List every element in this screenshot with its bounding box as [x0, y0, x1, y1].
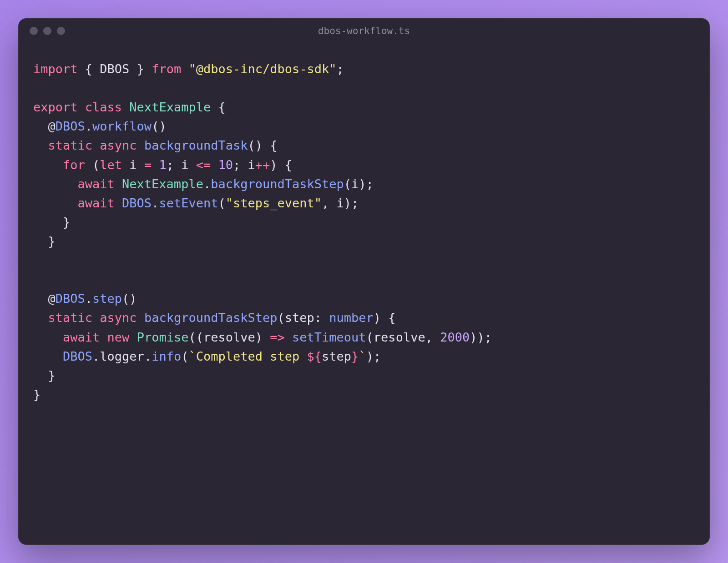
decorator-step: step: [92, 292, 122, 306]
indent: [33, 368, 48, 382]
decorator-dbos: DBOS: [56, 119, 85, 133]
paren-close: );: [359, 177, 374, 191]
number-10: 10: [211, 158, 233, 172]
prop-logger: logger: [100, 349, 144, 363]
arg-i: i: [337, 196, 344, 210]
paren-open: (: [85, 158, 100, 172]
colon: :: [314, 311, 329, 325]
identifier-dbos: DBOS: [100, 62, 129, 76]
indent: [33, 234, 48, 248]
dot: .: [85, 119, 92, 133]
interp-open: ${: [307, 349, 322, 363]
paren-close: ));: [470, 330, 492, 344]
interp-close: }: [351, 349, 359, 363]
keyword-for: for: [63, 158, 85, 172]
indent: [33, 196, 78, 210]
paren-open: (: [218, 196, 225, 210]
maximize-dot[interactable]: [57, 27, 65, 35]
method-backgroundtaskstep: backgroundTaskStep: [144, 311, 278, 325]
close-dot[interactable]: [30, 27, 38, 35]
class-name: NextExample: [129, 100, 211, 114]
paren-mid: ): [255, 330, 270, 344]
indent: [33, 349, 63, 363]
space: [181, 62, 188, 76]
brace-close: }: [33, 387, 40, 402]
keyword-static: static: [48, 311, 93, 325]
indent: [33, 138, 48, 152]
brace-close: }: [48, 368, 56, 382]
semi: ;: [233, 158, 248, 172]
comma: ,: [425, 330, 440, 344]
code-area[interactable]: import { DBOS } from "@dbos-inc/dbos-sdk…: [19, 41, 709, 544]
space: [285, 330, 292, 344]
keyword-class: class: [85, 100, 122, 114]
dot: .: [144, 349, 152, 363]
type-number: number: [329, 311, 374, 325]
window-title: dbos-workflow.ts: [19, 25, 709, 36]
paren-brace: ) {: [270, 158, 292, 172]
keyword-export: export: [33, 100, 78, 114]
brace-close: }: [63, 215, 70, 229]
arrow: =>: [270, 330, 285, 344]
paren-close: );: [344, 196, 359, 210]
decorator-at: @: [48, 119, 56, 133]
arg-resolve: resolve: [374, 330, 425, 344]
method-backgroundtask: backgroundTask: [144, 138, 248, 152]
backtick: `: [359, 349, 366, 363]
indent: [33, 177, 78, 191]
arg-i: i: [351, 177, 359, 191]
keyword-async: async: [100, 311, 136, 325]
var-i: i: [248, 158, 255, 172]
decorator-at: @: [48, 292, 56, 306]
fn-settimeout: setTimeout: [292, 330, 366, 344]
op-inc: ++: [255, 158, 270, 172]
var-i: i: [181, 158, 196, 172]
keyword-await: await: [78, 177, 115, 191]
number-1: 1: [152, 158, 167, 172]
paren-open: (: [344, 177, 351, 191]
editor-window: dbos-workflow.ts import { DBOS } from "@…: [18, 18, 710, 545]
titlebar: dbos-workflow.ts: [19, 19, 709, 41]
indent: [33, 119, 48, 133]
paren-open: (: [181, 349, 188, 363]
semicolon: ;: [337, 62, 344, 76]
minimize-dot[interactable]: [43, 27, 51, 35]
traffic-lights: [30, 27, 65, 35]
op-assign: =: [144, 158, 152, 172]
indent: [33, 330, 63, 344]
string-steps-event: "steps_event": [226, 196, 322, 210]
class-promise: Promise: [137, 330, 189, 344]
paren: (): [122, 292, 137, 306]
semi: ;: [167, 158, 182, 172]
paren-brace: ) {: [374, 311, 396, 325]
keyword-from: from: [152, 62, 181, 76]
method-setevent: setEvent: [159, 196, 218, 210]
brace: {: [211, 100, 226, 114]
dbos-ref: DBOS: [63, 349, 92, 363]
indent: [33, 292, 48, 306]
keyword-static: static: [48, 138, 93, 152]
keyword-let: let: [100, 158, 122, 172]
backtick: `: [188, 349, 196, 363]
comma: ,: [322, 196, 337, 210]
paren-open: (: [277, 311, 284, 325]
keyword-new: new: [107, 330, 130, 344]
dot: .: [92, 349, 100, 363]
keyword-await: await: [63, 330, 100, 344]
paren-open: (: [366, 330, 374, 344]
paren-close: );: [366, 349, 381, 363]
brace-close: }: [129, 62, 152, 76]
keyword-import: import: [33, 62, 78, 76]
indent: [33, 158, 63, 172]
keyword-await: await: [78, 196, 115, 210]
decorator-workflow: workflow: [92, 119, 152, 133]
paren: (): [152, 119, 167, 133]
string-module: "@dbos-inc/dbos-sdk": [188, 62, 336, 76]
interp-var: step: [322, 349, 351, 363]
brace-close: }: [48, 234, 56, 248]
number-2000: 2000: [440, 330, 470, 344]
decorator-dbos: DBOS: [56, 292, 85, 306]
dot: .: [152, 196, 159, 210]
indent: [33, 311, 48, 325]
dot: .: [85, 292, 92, 306]
